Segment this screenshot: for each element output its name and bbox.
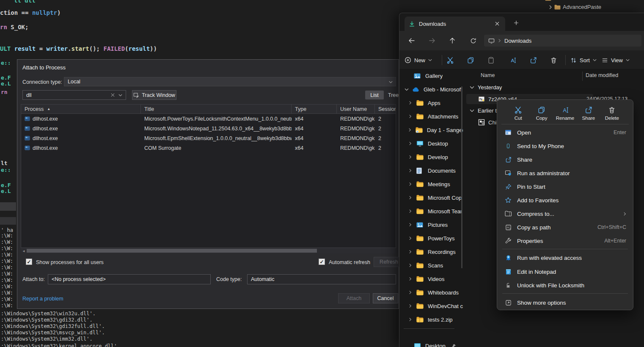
horizontal-scrollbar[interactable]: ◄: [21, 248, 396, 253]
chevron-right-icon[interactable]: [409, 317, 413, 322]
new-tab-icon[interactable]: [512, 19, 520, 27]
sidebar-item-tests-zip[interactable]: tests 2.zip: [399, 313, 463, 326]
cut-button[interactable]: Cut: [506, 102, 530, 124]
column-header-date-modified[interactable]: Date modified: [586, 72, 618, 78]
column-header-username[interactable]: User Name: [337, 105, 375, 113]
refresh-icon[interactable]: [467, 34, 479, 47]
address-bar[interactable]: Downloads: [484, 35, 641, 47]
table-row[interactable]: dllhost.exe Microsoft.PowerToys.FileLock…: [21, 114, 396, 124]
chevron-right-icon[interactable]: [409, 290, 413, 295]
menu-item-show-more-options[interactable]: Show more options: [500, 296, 630, 309]
view-button[interactable]: View: [602, 53, 630, 67]
close-tab-icon[interactable]: [493, 20, 501, 28]
chevron-right-icon[interactable]: [409, 236, 413, 240]
menu-item-compress-to[interactable]: Compress to...: [500, 207, 630, 220]
table-row[interactable]: dllhost.exe Microsoft.WindowsNotepad_11.…: [21, 124, 396, 133]
chevron-right-icon[interactable]: [409, 263, 413, 267]
chevron-right-icon[interactable]: [409, 277, 413, 281]
menu-item-unlock-file-locksmith[interactable]: Unlock with File Locksmith: [500, 278, 630, 292]
view-toggle-tree[interactable]: Tree: [388, 92, 399, 98]
chevron-right-icon[interactable]: [409, 196, 413, 200]
clear-filter-icon[interactable]: [111, 93, 115, 97]
sidebar-item-onedrive[interactable]: Gleb - Microsoft: [399, 83, 463, 96]
paste-icon[interactable]: [484, 53, 498, 67]
share-button[interactable]: Share: [577, 102, 600, 124]
menu-item-open[interactable]: Open Enter: [500, 126, 630, 139]
track-window-button[interactable]: Track Window: [132, 90, 176, 100]
sidebar-item-gallery[interactable]: Gallery: [399, 69, 463, 83]
chevron-right-icon[interactable]: [409, 168, 413, 173]
new-button[interactable]: New: [405, 53, 432, 67]
chevron-down-icon[interactable]: [470, 109, 474, 112]
sidebar-item-desktop-pinned[interactable]: Desktop: [399, 339, 463, 347]
cancel-button[interactable]: Cancel: [373, 293, 398, 303]
forward-icon[interactable]: [426, 34, 438, 47]
sidebar-item-microsoft-teams[interactable]: Microsoft Tear: [399, 204, 463, 218]
chevron-right-icon[interactable]: [409, 114, 413, 118]
delete-button[interactable]: Delete: [600, 102, 624, 124]
sidebar-item-videos[interactable]: Videos: [399, 272, 463, 286]
process-filter-input[interactable]: dll: [22, 90, 126, 100]
sidebar-item-recordings[interactable]: Recordings: [399, 245, 463, 259]
copy-icon[interactable]: [464, 53, 477, 67]
sidebar-item-day1[interactable]: Day 1 - Sangee: [399, 123, 463, 137]
chevron-right-icon[interactable]: [409, 250, 413, 254]
chevron-right-icon[interactable]: [409, 223, 413, 227]
menu-item-share[interactable]: Share: [500, 153, 630, 166]
scrollbar-thumb[interactable]: [27, 249, 317, 253]
sidebar-item-whiteboards[interactable]: Whiteboards: [399, 286, 463, 299]
menu-item-send-to-phone[interactable]: Send to My Phone: [500, 139, 630, 153]
delete-icon[interactable]: [547, 53, 560, 67]
back-icon[interactable]: [405, 34, 418, 47]
tree-item-advancedpaste[interactable]: AdvancedPaste: [549, 4, 601, 10]
chevron-right-icon[interactable]: [409, 155, 413, 159]
sidebar-item-pictures[interactable]: Pictures: [399, 218, 463, 231]
share-icon[interactable]: [526, 53, 540, 67]
connection-type-dropdown[interactable]: Local: [64, 77, 396, 86]
menu-item-copy-as-path[interactable]: Copy as path Ctrl+Shift+C: [500, 220, 630, 234]
sidebar-item-attachments[interactable]: Attachments: [399, 110, 463, 123]
menu-item-run-elevated[interactable]: Run with elevated access: [500, 251, 630, 264]
table-row[interactable]: dllhost.exe Microsoft.EpmShellExtension_…: [21, 133, 396, 143]
sidebar-item-scans[interactable]: Scans: [399, 259, 463, 272]
chevron-down-icon[interactable]: [405, 88, 409, 91]
chevron-right-icon[interactable]: [409, 101, 413, 105]
report-a-problem-link[interactable]: Report a problem: [22, 296, 63, 302]
sidebar-item-windevchat[interactable]: WinDevChat c: [399, 299, 463, 313]
table-row[interactable]: dllhost.exe COM Surrogatex64REDMOND\gk..…: [21, 143, 396, 153]
sidebar-item-desktop[interactable]: Desktop: [399, 137, 463, 150]
sidebar-item-develop[interactable]: Develop: [399, 150, 463, 164]
sidebar-item-microsoft-copilot[interactable]: Microsoft Cop: [399, 191, 463, 204]
attach-to-field[interactable]: <No process selected>: [48, 274, 211, 284]
column-header-type[interactable]: Type: [292, 105, 337, 113]
chevron-right-icon[interactable]: [409, 304, 413, 308]
cut-icon[interactable]: [443, 53, 457, 67]
chevron-right-icon[interactable]: [408, 128, 412, 132]
menu-item-add-to-favorites[interactable]: Add to Favorites: [500, 193, 630, 207]
breadcrumb[interactable]: Downloads: [504, 38, 531, 44]
sidebar-item-documents[interactable]: Documents: [399, 164, 463, 177]
group-header-yesterday[interactable]: Yesterday: [470, 84, 502, 91]
tree-item-modules[interactable]: modules: [545, 0, 574, 1]
code-type-field[interactable]: Automatic: [247, 274, 396, 284]
column-header-title[interactable]: Title: [141, 105, 292, 113]
menu-item-edit-in-notepad[interactable]: Edit in Notepad: [500, 265, 630, 278]
up-icon[interactable]: [446, 34, 459, 47]
chevron-down-icon[interactable]: [470, 86, 474, 89]
copy-button[interactable]: Copy: [530, 102, 553, 124]
menu-item-properties[interactable]: Properties Alt+Enter: [500, 234, 630, 248]
rename-button[interactable]: A Rename: [553, 102, 577, 124]
chevron-right-icon[interactable]: [409, 182, 413, 186]
rename-icon[interactable]: A: [506, 53, 520, 67]
sidebar-item-powertoys[interactable]: PowerToys: [399, 231, 463, 245]
column-header-name[interactable]: Name: [481, 72, 495, 78]
view-toggle-list[interactable]: List: [365, 91, 384, 99]
show-all-users-checkbox[interactable]: ✓: [26, 259, 32, 265]
column-header-session[interactable]: Session: [375, 105, 396, 113]
attach-button[interactable]: Attach: [338, 293, 370, 303]
menu-item-pin-to-start[interactable]: Pin to Start: [500, 180, 630, 193]
scroll-left-icon[interactable]: ◄: [22, 249, 25, 253]
chevron-right-icon[interactable]: [409, 209, 413, 213]
chevron-right-icon[interactable]: [409, 141, 413, 146]
sidebar-scrollbar[interactable]: [461, 86, 462, 268]
